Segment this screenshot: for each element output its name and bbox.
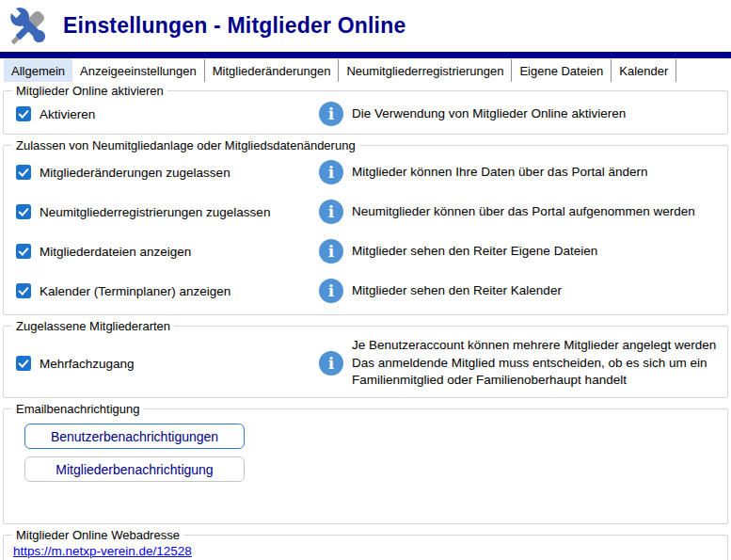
info-icon[interactable]: i: [319, 160, 343, 184]
section-member-types-legend: Zugelassene Mitgliederarten: [12, 319, 174, 333]
tools-icon: [5, 3, 54, 50]
aktivieren-label: Aktivieren: [40, 107, 95, 121]
tab-kalender[interactable]: Kalender: [612, 59, 676, 82]
setting-row: Neumitgliederregistrierungen zugelassen …: [11, 192, 720, 232]
info-text: Neumitglieder können über das Portal auf…: [352, 203, 695, 221]
info-text: Je Benutzeraccount können mehrere Mitgli…: [352, 337, 716, 391]
setting-row: Mitgliederdateien anzeigen i Mitglieder …: [11, 232, 720, 271]
setting-row: Mehrfachzugang i Je Benutzeraccount könn…: [11, 333, 720, 393]
setting-row: Aktivieren i Die Verwendung von Mitglied…: [11, 98, 720, 130]
page-title: Einstellungen - Mitglieder Online: [63, 13, 405, 39]
benutzerbenachrichtigungen-button[interactable]: Benutzerbenachrichtigungen: [24, 424, 245, 449]
tab-eigene-dateien[interactable]: Eigene Dateien: [512, 59, 612, 82]
info-icon[interactable]: i: [319, 279, 343, 303]
neumitgliederregistrierungen-label: Neumitgliederregistrierungen zugelassen: [40, 205, 270, 219]
aktivieren-checkbox[interactable]: [16, 106, 31, 121]
mitgliederdateien-checkbox[interactable]: [16, 244, 31, 259]
info-text: Mitglieder sehen den Reiter Kalender: [352, 282, 562, 300]
mehrfachzugang-checkbox[interactable]: [16, 356, 31, 371]
settings-content: Mitglieder Online aktivieren Aktivieren …: [0, 82, 731, 560]
tab-anzeigeeinstellungen[interactable]: Anzeigeeinstellungen: [72, 59, 205, 82]
section-activation: Mitglieder Online aktivieren Aktivieren …: [3, 84, 728, 135]
mehrfachzugang-label: Mehrfachzugang: [40, 357, 135, 371]
mitgliederdateien-label: Mitgliederdateien anzeigen: [40, 245, 191, 259]
setting-row: Kalender (Terminplaner) anzeigen i Mitgl…: [11, 271, 720, 311]
mitgliederaenderungen-checkbox[interactable]: [16, 165, 31, 180]
info-text: Mitglieder können Ihre Daten über das Po…: [352, 164, 647, 182]
tab-bar: Allgemein Anzeigeeinstellungen Mitgliede…: [0, 59, 731, 82]
kalender-checkbox[interactable]: [16, 283, 31, 298]
setting-row: Mitgliederänderungen zugelassen i Mitgli…: [11, 152, 720, 192]
kalender-label: Kalender (Terminplaner) anzeigen: [40, 284, 230, 298]
info-text: Mitglieder sehen den Reiter Eigene Datei…: [352, 243, 597, 261]
section-web-address: Mitglieder Online Webadresse https://m.n…: [3, 528, 728, 560]
section-activation-legend: Mitglieder Online aktivieren: [12, 84, 167, 98]
mitglieder-online-link[interactable]: https://m.netxp-verein.de/12528: [13, 544, 192, 558]
page-header: Einstellungen - Mitglieder Online: [0, 0, 731, 52]
section-email-notification-legend: Emailbenachrichtigung: [12, 402, 144, 416]
section-permissions-legend: Zulassen von Neumitgliedanlage oder Mitg…: [12, 138, 359, 152]
tab-neumitgliederregistrierungen[interactable]: Neumitgliederregistrierungen: [339, 59, 512, 82]
neumitgliederregistrierungen-checkbox[interactable]: [16, 204, 31, 219]
mitgliederaenderungen-label: Mitgliederänderungen zugelassen: [40, 166, 230, 180]
section-member-types: Zugelassene Mitgliederarten Mehrfachzuga…: [3, 319, 728, 398]
info-icon[interactable]: i: [319, 200, 343, 224]
info-icon[interactable]: i: [319, 239, 343, 264]
tab-allgemein[interactable]: Allgemein: [4, 59, 72, 82]
section-permissions: Zulassen von Neumitgliedanlage oder Mitg…: [3, 138, 728, 315]
accent-bar: [0, 52, 731, 58]
mitgliederbenachrichtigung-button[interactable]: Mitgliederbenachrichtigung: [24, 456, 245, 482]
section-web-address-legend: Mitglieder Online Webadresse: [12, 528, 183, 542]
info-text: Die Verwendung von Mitglieder Online akt…: [352, 105, 626, 123]
section-email-notification: Emailbenachrichtigung Benutzerbenachrich…: [3, 402, 728, 524]
info-icon[interactable]: i: [319, 351, 343, 376]
tab-mitgliederaenderungen[interactable]: Mitgliederänderungen: [205, 59, 340, 82]
info-icon[interactable]: i: [319, 102, 343, 126]
